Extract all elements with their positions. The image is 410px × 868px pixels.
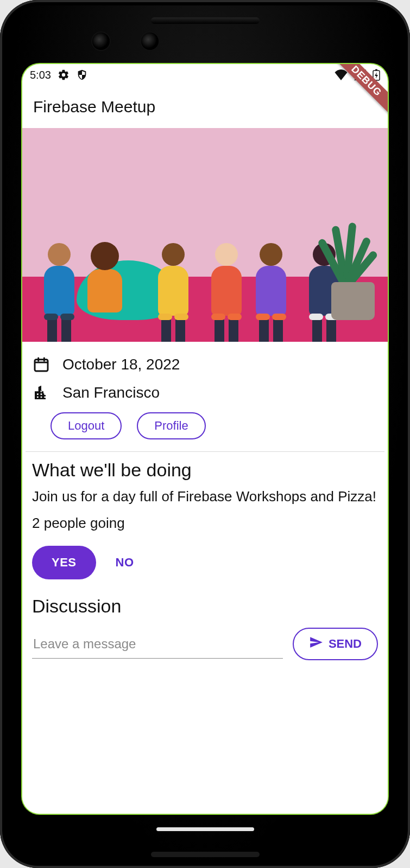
app-bar: Firebase Meetup — [22, 86, 388, 128]
auth-buttons: Logout Profile — [32, 407, 378, 451]
rsvp-no-button[interactable]: NO — [116, 556, 134, 570]
discussion-section: Discussion — [22, 593, 388, 617]
front-camera — [92, 33, 110, 50]
hero-illustration — [22, 128, 388, 342]
status-bar: 5:03 — [22, 64, 388, 86]
rsvp-yes-button[interactable]: YES — [32, 546, 96, 579]
about-description: Join us for a day full of Firebase Works… — [32, 487, 378, 506]
message-input[interactable] — [32, 630, 283, 659]
bottom-speaker — [151, 852, 260, 857]
phone-frame: 5:03 DEBUG — [0, 0, 410, 868]
front-camera — [141, 33, 159, 50]
plant-icon — [320, 228, 369, 288]
event-date-row: October 18, 2022 — [32, 350, 378, 379]
city-icon — [32, 384, 51, 401]
event-date: October 18, 2022 — [62, 356, 180, 373]
status-clock: 5:03 — [30, 69, 51, 81]
home-indicator[interactable] — [156, 827, 254, 831]
svg-rect-1 — [375, 69, 377, 71]
svg-rect-2 — [35, 360, 48, 371]
discussion-heading: Discussion — [32, 596, 378, 617]
message-row: SEND — [22, 623, 388, 665]
profile-button[interactable]: Profile — [137, 412, 205, 439]
event-info: October 18, 2022 San Francisco Logout Pr… — [22, 342, 388, 451]
shield-icon — [76, 69, 88, 81]
attending-count: 2 people going — [32, 514, 378, 533]
earpiece — [151, 17, 260, 24]
about-section: What we'll be doing Join us for a day fu… — [22, 452, 388, 533]
page-title: Firebase Meetup — [33, 98, 155, 116]
sensor-dot — [228, 39, 234, 44]
send-icon — [309, 635, 323, 653]
wifi-icon — [335, 69, 348, 80]
screen: 5:03 DEBUG — [22, 64, 388, 814]
gear-icon — [58, 69, 70, 81]
calendar-icon — [32, 356, 51, 373]
rsvp-row: YES NO — [22, 540, 388, 593]
logout-button[interactable]: Logout — [51, 412, 122, 439]
content-scroll[interactable]: October 18, 2022 San Francisco Logout Pr… — [22, 128, 388, 814]
send-button[interactable]: SEND — [293, 628, 378, 660]
event-location: San Francisco — [62, 384, 160, 401]
about-heading: What we'll be doing — [32, 459, 378, 481]
send-label: SEND — [329, 637, 362, 651]
event-location-row: San Francisco — [32, 379, 378, 407]
